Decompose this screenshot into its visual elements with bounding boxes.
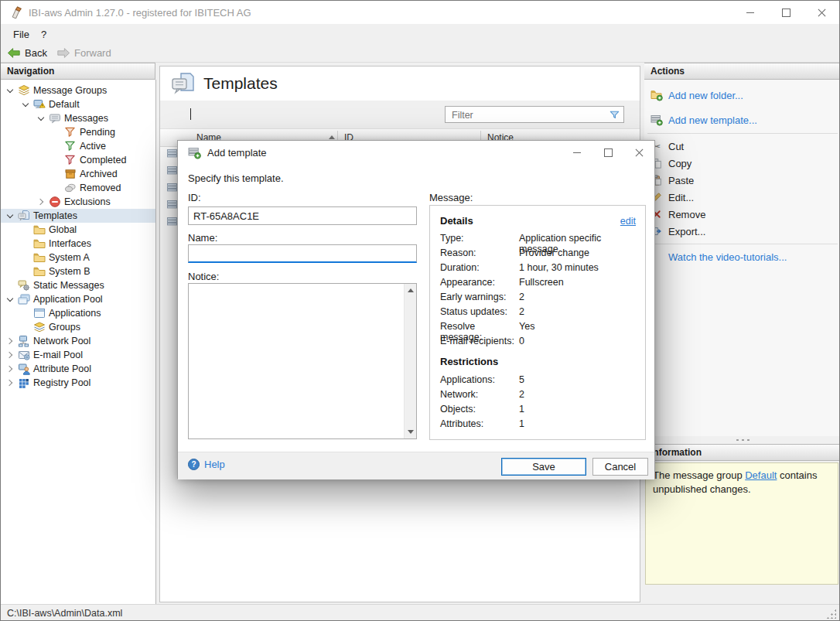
detail-row: Early warnings:2 <box>440 292 637 306</box>
filter-funnel-icon[interactable] <box>609 109 620 121</box>
registry-pool-icon <box>18 377 30 389</box>
static-messages-icon <box>18 279 30 292</box>
details-section-header: Details <box>440 215 473 227</box>
notice-field[interactable] <box>188 283 417 439</box>
chevron-expanded-icon[interactable] <box>5 211 15 220</box>
action-add-new-template[interactable]: Add new template... <box>644 111 840 129</box>
action-add-new-template-label: Add new template... <box>668 114 757 126</box>
chevron-collapsed-icon[interactable] <box>36 197 46 206</box>
default-group-link[interactable]: Default <box>745 469 777 481</box>
menu-file[interactable]: File <box>9 27 34 42</box>
templates-page-icon <box>171 71 196 96</box>
dialog-maximize-button[interactable] <box>592 141 623 165</box>
detail-row: Appearance:Fullscreen <box>440 277 637 292</box>
app-window: IBI-aws Admin 1.27.0 - registered for IB… <box>0 0 840 621</box>
menu-help[interactable]: ? <box>36 27 51 42</box>
dialog-title: Add template <box>207 147 267 159</box>
edit-message-link[interactable]: edit <box>620 216 636 227</box>
filter-input[interactable] <box>450 107 600 123</box>
detail-row: Type:Application specific message <box>440 233 637 247</box>
tree-item-templates[interactable]: Templates <box>1 209 155 223</box>
restriction-row: Network:2 <box>440 389 637 404</box>
notice-scrollbar[interactable] <box>404 284 416 438</box>
action-paste[interactable]: Paste <box>644 172 840 189</box>
actions-separator <box>647 244 838 244</box>
tree-item-interfaces[interactable]: Interfaces <box>1 237 155 251</box>
help-icon: ? <box>188 459 200 470</box>
action-export[interactable]: Export... <box>644 223 840 240</box>
dialog-minimize-button[interactable] <box>562 141 592 165</box>
actions-separator <box>647 133 838 134</box>
window-close-button[interactable] <box>804 1 839 24</box>
chevron-expanded-icon[interactable] <box>36 114 46 123</box>
action-cut-label: Cut <box>668 141 684 152</box>
tree-item-pending[interactable]: Pending <box>1 125 155 139</box>
restrictions-section-header: Restrictions <box>440 356 498 367</box>
email-pool-icon <box>18 349 30 361</box>
folder-icon <box>33 237 46 250</box>
save-button[interactable]: Save <box>501 458 586 476</box>
menu-bar: File ? <box>1 24 839 43</box>
resize-grip-icon[interactable] <box>826 609 836 619</box>
folder-icon <box>33 223 46 236</box>
tree-item-application-pool[interactable]: Application Pool <box>1 292 155 306</box>
tree-item-attribute-pool[interactable]: Attribute Pool <box>1 362 155 376</box>
action-copy[interactable]: Copy <box>644 155 840 172</box>
tree-item-static-messages[interactable]: Static Messages <box>1 278 155 292</box>
back-button[interactable]: Back <box>7 45 47 60</box>
application-pool-icon <box>18 293 30 305</box>
tree-item-system-a[interactable]: System A <box>1 251 155 264</box>
tree-item-applications[interactable]: Applications <box>1 306 155 320</box>
chevron-expanded-icon[interactable] <box>5 295 15 304</box>
name-field[interactable] <box>188 244 417 263</box>
chevron-collapsed-icon[interactable] <box>5 350 15 360</box>
dialog-close-button[interactable] <box>623 141 654 165</box>
chevron-collapsed-icon[interactable] <box>5 378 15 387</box>
tree-item-messages[interactable]: Messages <box>1 111 155 125</box>
panel-splitter[interactable] <box>644 436 840 444</box>
tree-item-completed[interactable]: Completed <box>1 153 155 167</box>
tree-item-removed[interactable]: Removed <box>1 181 155 195</box>
chevron-collapsed-icon[interactable] <box>5 336 15 346</box>
action-edit[interactable]: Edit... <box>644 189 840 206</box>
tree-item-groups[interactable]: Groups <box>1 320 155 334</box>
chevron-expanded-icon[interactable] <box>5 86 15 95</box>
scroll-up-icon[interactable] <box>408 288 414 292</box>
window-titlebar: IBI-aws Admin 1.27.0 - registered for IB… <box>1 1 839 25</box>
tree-item-archived[interactable]: Archived <box>1 167 155 181</box>
page-title: Templates <box>203 74 278 93</box>
tree-item-active[interactable]: Active <box>1 139 155 153</box>
tree-item-network-pool[interactable]: Network Pool <box>1 334 155 348</box>
tree-item-registry-pool[interactable]: Registry Pool <box>1 376 155 390</box>
action-watch-tutorials[interactable]: Watch the video-tutorials... <box>644 248 840 265</box>
help-label: Help <box>204 459 225 470</box>
chevron-collapsed-icon[interactable] <box>5 364 15 374</box>
tree-item-global[interactable]: Global <box>1 223 155 237</box>
navigation-header-label: Navigation <box>7 66 54 77</box>
chevron-expanded-icon[interactable] <box>21 100 30 109</box>
notice-label: Notice: <box>188 271 219 282</box>
id-field[interactable] <box>188 206 417 225</box>
action-cut[interactable]: ✂ Cut <box>644 138 840 155</box>
detail-row: Reason:Provider change <box>440 247 637 262</box>
action-add-new-folder[interactable]: Add new folder... <box>644 86 840 104</box>
tree-item-message-groups[interactable]: Message Groups <box>1 84 155 97</box>
detail-row: Resolve message:Yes <box>440 321 637 336</box>
name-label: Name: <box>188 232 217 244</box>
scroll-down-icon[interactable] <box>408 430 414 434</box>
help-link[interactable]: ? Help <box>188 459 225 470</box>
tree-item-email-pool[interactable]: E-mail Pool <box>1 348 155 362</box>
tree-item-exclusions[interactable]: Exclusions <box>1 195 155 209</box>
action-export-label: Export... <box>668 226 705 237</box>
tree-item-system-b[interactable]: System B <box>1 264 155 278</box>
window-maximize-button[interactable] <box>768 1 804 24</box>
action-remove[interactable]: Remove <box>644 206 840 223</box>
window-minimize-button[interactable] <box>732 1 768 24</box>
folder-icon <box>33 265 46 278</box>
tree-item-default[interactable]: Default <box>1 97 155 111</box>
message-summary-box: Details edit Type:Application specific m… <box>429 205 646 440</box>
exclusions-icon <box>49 196 61 208</box>
back-label: Back <box>25 47 47 59</box>
forward-button[interactable]: Forward <box>56 45 111 60</box>
cancel-button[interactable]: Cancel <box>592 458 648 476</box>
